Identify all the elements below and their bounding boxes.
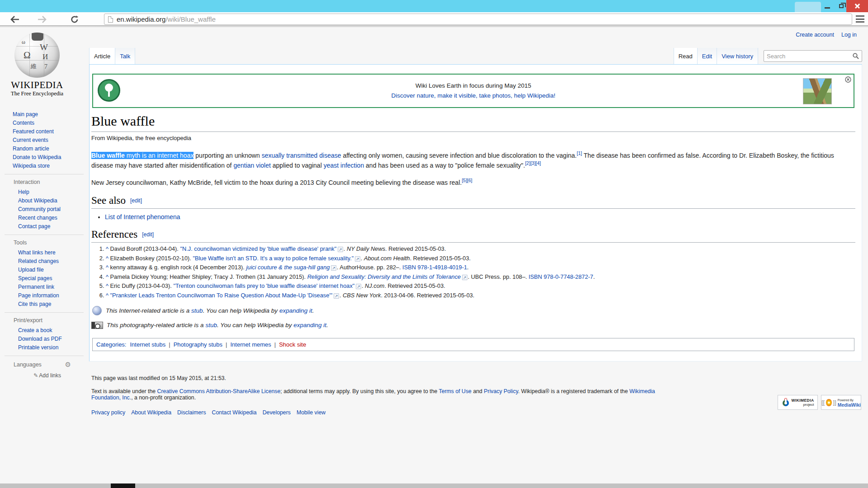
sidebar-link[interactable]: Cite this page [0,300,89,309]
external-link[interactable]: "Trenton councilwoman falls prey to 'blu… [173,282,354,289]
category-link[interactable]: Shock site [279,341,306,348]
sidebar-link[interactable]: Main page [0,110,89,119]
sidebar-link[interactable]: Create a book [0,326,89,335]
sidebar-link[interactable]: Help [0,188,89,197]
sidebar-link[interactable]: Permanent link [0,283,89,291]
browser-tab[interactable] [795,2,821,12]
external-link[interactable]: "Prankster Leads Trenton Councilwoman To… [110,292,333,299]
wikimedia-badge[interactable]: WIKIMEDIA project [778,395,818,410]
wiki-link[interactable]: expanding it [293,322,326,328]
tab-talk[interactable]: Talk [115,48,135,64]
sidebar-link[interactable]: Contact page [0,222,89,231]
close-button[interactable] [846,0,868,12]
wikipedia-tagline: The Free Encyclopedia [0,90,74,97]
sidebar-link[interactable]: Printable version [0,343,89,352]
wiki-link[interactable]: sexually transmitted disease [262,152,341,159]
footer-link[interactable]: Disclaimers [177,409,206,416]
sidebar-link[interactable]: Donate to Wikipedia [0,153,89,162]
mediawiki-badge[interactable]: [[ ]] Powered By MediaWiki [821,395,861,410]
sidebar-section-title: Tools [5,235,84,249]
last-modified-text: This page was last modified on 15 May 20… [91,375,858,381]
sidebar-link[interactable]: Featured content [0,127,89,136]
edit-section-link[interactable]: [edit] [142,231,154,238]
text: . [362,282,365,289]
search-input[interactable] [764,53,850,60]
footer-link[interactable]: About Wikipedia [131,409,171,416]
minimize-button[interactable] [820,0,835,12]
sidebar-link[interactable]: Recent changes [0,214,89,222]
sidebar-link[interactable]: Random article [0,145,89,153]
create-account-link[interactable]: Create account [796,32,834,38]
wiki-link[interactable]: Privacy Policy [484,388,518,394]
wiki-link[interactable]: Terms of Use [439,388,472,394]
citation-ref-link[interactable]: [6] [467,178,472,183]
sidebar-link[interactable]: Community portal [0,205,89,214]
external-link[interactable]: juici couture & the suga-hill gang [246,264,330,271]
external-link[interactable]: Religion and Sexuality: Diversity and th… [307,273,461,280]
text: . [340,292,343,299]
tab-read[interactable]: Read [674,48,698,64]
external-link-icon [462,273,467,281]
sidebar-link[interactable]: Contents [0,119,89,127]
wiki-link[interactable]: stub [205,322,217,328]
address-bar[interactable]: en.wikipedia.org/wiki/Blue_waffle [104,14,852,25]
text: Eric Duffy (2013-04-03). [108,282,173,289]
wiki-link[interactable]: ISBN 978-0-7748-2872-7 [528,273,593,280]
footer-link[interactable]: Contact Wikipedia [212,409,257,416]
sidebar-link[interactable]: Current events [0,136,89,145]
external-link[interactable]: "Blue Waffle isn't an STD. It's a way to… [193,255,354,262]
footer-link[interactable]: Privacy policy [91,409,125,416]
reference-item: ^ Elizabeth Boskey (2015-02-10). "Blue W… [106,255,855,263]
edit-section-link[interactable]: [edit] [130,197,142,204]
wiki-link[interactable]: expanding it [279,307,312,314]
add-links-button[interactable]: ✎Add links [0,371,89,380]
citation-ref-link[interactable]: [5] [462,178,467,183]
page-icon[interactable] [108,16,113,23]
wiki-link[interactable]: Creative Commons Attribution-ShareAlike … [157,388,281,394]
text: affecting only women, causing severe inf… [341,152,577,159]
forward-button[interactable] [36,14,48,25]
sidebar-link[interactable]: Related changes [0,257,89,266]
menu-icon[interactable] [856,15,864,23]
log-in-link[interactable]: Log in [841,32,857,38]
citation-ref-link[interactable]: [1] [577,150,582,156]
sidebar-link[interactable]: Wikipedia store [0,162,89,170]
wikipedia-globe-logo[interactable]: ωWΩИ維7 [14,33,60,78]
tab-article[interactable]: Article [89,48,115,64]
search-icon[interactable] [850,53,862,59]
wikimedia-badge-text: WIKIMEDIA [792,398,814,403]
tab-view-history[interactable]: View history [717,48,758,64]
site-banner[interactable]: Wiki Loves Earth in focus during May 201… [92,74,854,108]
reload-button[interactable] [69,14,80,25]
banner-link[interactable]: Discover nature, make it visible, take p… [391,92,555,99]
footer-link[interactable]: Mobile view [297,409,326,416]
wiki-link[interactable]: ISBN 978-1-4918-4019-1 [402,264,467,271]
wikipedia-wordmark[interactable]: WIKIPEDIA [0,80,74,91]
sidebar-link[interactable]: Download as PDF [0,335,89,343]
wiki-link[interactable]: gentian violet [233,162,271,169]
sidebar-link[interactable]: Page information [0,291,89,300]
banner-close-icon[interactable] [845,76,851,84]
external-link[interactable]: "N.J. councilwoman victimized by 'blue w… [180,245,336,252]
text: kenny attaway & g. english rock (4 Decem… [108,264,246,271]
wiki-link[interactable]: yeast infection [324,162,364,169]
wiki-link[interactable]: stub [191,307,203,314]
citation-ref-link[interactable]: [2] [525,160,530,166]
category-link[interactable]: Photography stubs [174,341,222,348]
citation-ref-link[interactable]: [3] [530,160,536,166]
sidebar-link[interactable]: Upload file [0,266,89,274]
footer-link[interactable]: Developers [263,409,291,416]
categories-label-link[interactable]: Categories: [96,341,126,348]
tab-edit[interactable]: Edit [698,48,717,64]
gear-icon[interactable]: ⚙ [65,361,71,369]
references-list: ^ David Boroff (2013-04-04). "N.J. counc… [106,245,855,300]
sidebar-link[interactable]: What links here [0,249,89,257]
category-link[interactable]: Internet stubs [130,341,165,348]
sidebar-link[interactable]: Special pages [0,274,89,283]
back-button[interactable] [9,14,21,25]
citation-ref-link[interactable]: [4] [536,160,541,166]
category-link[interactable]: Internet memes [230,341,271,348]
sidebar-link[interactable]: About Wikipedia [0,197,89,205]
tabs-left: ArticleTalk [89,48,135,64]
see-also-link[interactable]: List of Internet phenomena [105,213,180,221]
